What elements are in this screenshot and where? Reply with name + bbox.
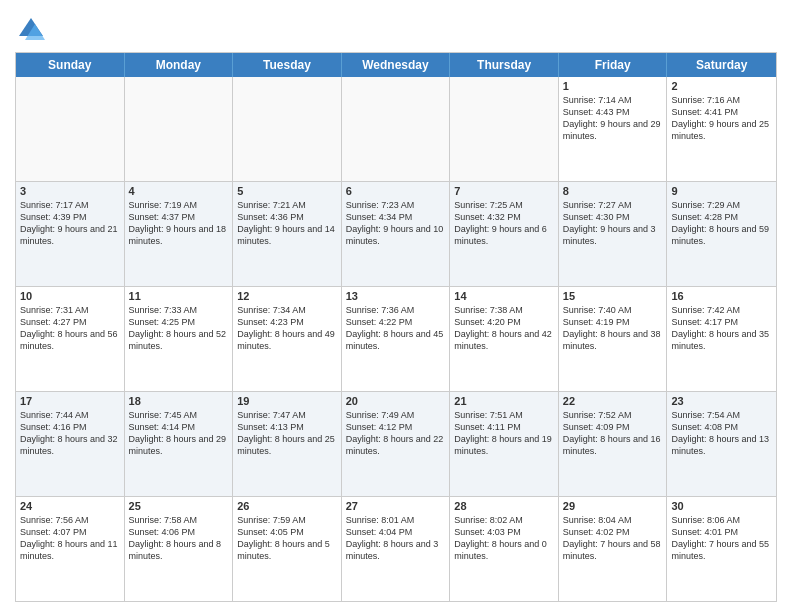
calendar-row: 1Sunrise: 7:14 AM Sunset: 4:43 PM Daylig… [16,77,776,182]
cell-info: Sunrise: 8:06 AM Sunset: 4:01 PM Dayligh… [671,514,772,563]
calendar-cell: 23Sunrise: 7:54 AM Sunset: 4:08 PM Dayli… [667,392,776,496]
day-number: 25 [129,500,229,512]
day-number: 17 [20,395,120,407]
calendar-cell [16,77,125,181]
day-number: 2 [671,80,772,92]
calendar-header: SundayMondayTuesdayWednesdayThursdayFrid… [16,53,776,77]
calendar-row: 17Sunrise: 7:44 AM Sunset: 4:16 PM Dayli… [16,392,776,497]
calendar-cell: 20Sunrise: 7:49 AM Sunset: 4:12 PM Dayli… [342,392,451,496]
day-number: 9 [671,185,772,197]
day-number: 20 [346,395,446,407]
page: SundayMondayTuesdayWednesdayThursdayFrid… [0,0,792,612]
cell-info: Sunrise: 7:27 AM Sunset: 4:30 PM Dayligh… [563,199,663,248]
calendar-cell: 13Sunrise: 7:36 AM Sunset: 4:22 PM Dayli… [342,287,451,391]
calendar-cell: 11Sunrise: 7:33 AM Sunset: 4:25 PM Dayli… [125,287,234,391]
header-day: Tuesday [233,53,342,77]
calendar-cell: 17Sunrise: 7:44 AM Sunset: 4:16 PM Dayli… [16,392,125,496]
cell-info: Sunrise: 7:23 AM Sunset: 4:34 PM Dayligh… [346,199,446,248]
cell-info: Sunrise: 7:31 AM Sunset: 4:27 PM Dayligh… [20,304,120,353]
calendar-cell: 5Sunrise: 7:21 AM Sunset: 4:36 PM Daylig… [233,182,342,286]
calendar-cell: 2Sunrise: 7:16 AM Sunset: 4:41 PM Daylig… [667,77,776,181]
cell-info: Sunrise: 7:19 AM Sunset: 4:37 PM Dayligh… [129,199,229,248]
cell-info: Sunrise: 7:33 AM Sunset: 4:25 PM Dayligh… [129,304,229,353]
cell-info: Sunrise: 7:34 AM Sunset: 4:23 PM Dayligh… [237,304,337,353]
header-day: Friday [559,53,668,77]
day-number: 21 [454,395,554,407]
header [15,10,777,46]
calendar-cell: 19Sunrise: 7:47 AM Sunset: 4:13 PM Dayli… [233,392,342,496]
cell-info: Sunrise: 7:17 AM Sunset: 4:39 PM Dayligh… [20,199,120,248]
day-number: 1 [563,80,663,92]
cell-info: Sunrise: 7:59 AM Sunset: 4:05 PM Dayligh… [237,514,337,563]
header-day: Saturday [667,53,776,77]
day-number: 6 [346,185,446,197]
day-number: 18 [129,395,229,407]
calendar: SundayMondayTuesdayWednesdayThursdayFrid… [15,52,777,602]
day-number: 7 [454,185,554,197]
calendar-cell: 3Sunrise: 7:17 AM Sunset: 4:39 PM Daylig… [16,182,125,286]
day-number: 4 [129,185,229,197]
calendar-cell: 27Sunrise: 8:01 AM Sunset: 4:04 PM Dayli… [342,497,451,601]
calendar-cell: 21Sunrise: 7:51 AM Sunset: 4:11 PM Dayli… [450,392,559,496]
day-number: 16 [671,290,772,302]
cell-info: Sunrise: 7:42 AM Sunset: 4:17 PM Dayligh… [671,304,772,353]
cell-info: Sunrise: 8:01 AM Sunset: 4:04 PM Dayligh… [346,514,446,563]
calendar-cell [342,77,451,181]
day-number: 27 [346,500,446,512]
day-number: 5 [237,185,337,197]
cell-info: Sunrise: 7:44 AM Sunset: 4:16 PM Dayligh… [20,409,120,458]
cell-info: Sunrise: 7:45 AM Sunset: 4:14 PM Dayligh… [129,409,229,458]
calendar-row: 10Sunrise: 7:31 AM Sunset: 4:27 PM Dayli… [16,287,776,392]
day-number: 8 [563,185,663,197]
day-number: 19 [237,395,337,407]
calendar-cell: 12Sunrise: 7:34 AM Sunset: 4:23 PM Dayli… [233,287,342,391]
calendar-cell: 28Sunrise: 8:02 AM Sunset: 4:03 PM Dayli… [450,497,559,601]
header-day: Sunday [16,53,125,77]
calendar-cell: 1Sunrise: 7:14 AM Sunset: 4:43 PM Daylig… [559,77,668,181]
day-number: 3 [20,185,120,197]
calendar-cell: 15Sunrise: 7:40 AM Sunset: 4:19 PM Dayli… [559,287,668,391]
calendar-cell: 18Sunrise: 7:45 AM Sunset: 4:14 PM Dayli… [125,392,234,496]
day-number: 26 [237,500,337,512]
day-number: 15 [563,290,663,302]
calendar-cell [125,77,234,181]
calendar-cell: 24Sunrise: 7:56 AM Sunset: 4:07 PM Dayli… [16,497,125,601]
day-number: 14 [454,290,554,302]
calendar-cell: 25Sunrise: 7:58 AM Sunset: 4:06 PM Dayli… [125,497,234,601]
header-day: Wednesday [342,53,451,77]
calendar-cell: 7Sunrise: 7:25 AM Sunset: 4:32 PM Daylig… [450,182,559,286]
day-number: 28 [454,500,554,512]
cell-info: Sunrise: 7:38 AM Sunset: 4:20 PM Dayligh… [454,304,554,353]
day-number: 12 [237,290,337,302]
day-number: 24 [20,500,120,512]
calendar-cell: 8Sunrise: 7:27 AM Sunset: 4:30 PM Daylig… [559,182,668,286]
cell-info: Sunrise: 7:56 AM Sunset: 4:07 PM Dayligh… [20,514,120,563]
calendar-cell: 26Sunrise: 7:59 AM Sunset: 4:05 PM Dayli… [233,497,342,601]
calendar-cell: 4Sunrise: 7:19 AM Sunset: 4:37 PM Daylig… [125,182,234,286]
cell-info: Sunrise: 7:58 AM Sunset: 4:06 PM Dayligh… [129,514,229,563]
calendar-cell: 6Sunrise: 7:23 AM Sunset: 4:34 PM Daylig… [342,182,451,286]
calendar-cell: 22Sunrise: 7:52 AM Sunset: 4:09 PM Dayli… [559,392,668,496]
cell-info: Sunrise: 7:25 AM Sunset: 4:32 PM Dayligh… [454,199,554,248]
calendar-cell: 10Sunrise: 7:31 AM Sunset: 4:27 PM Dayli… [16,287,125,391]
calendar-cell: 29Sunrise: 8:04 AM Sunset: 4:02 PM Dayli… [559,497,668,601]
header-day: Monday [125,53,234,77]
calendar-cell: 9Sunrise: 7:29 AM Sunset: 4:28 PM Daylig… [667,182,776,286]
logo [15,14,51,46]
day-number: 29 [563,500,663,512]
logo-icon [15,14,47,46]
calendar-cell [233,77,342,181]
calendar-row: 3Sunrise: 7:17 AM Sunset: 4:39 PM Daylig… [16,182,776,287]
day-number: 10 [20,290,120,302]
calendar-row: 24Sunrise: 7:56 AM Sunset: 4:07 PM Dayli… [16,497,776,601]
calendar-cell: 14Sunrise: 7:38 AM Sunset: 4:20 PM Dayli… [450,287,559,391]
cell-info: Sunrise: 7:52 AM Sunset: 4:09 PM Dayligh… [563,409,663,458]
calendar-body: 1Sunrise: 7:14 AM Sunset: 4:43 PM Daylig… [16,77,776,601]
calendar-cell: 30Sunrise: 8:06 AM Sunset: 4:01 PM Dayli… [667,497,776,601]
cell-info: Sunrise: 8:04 AM Sunset: 4:02 PM Dayligh… [563,514,663,563]
day-number: 30 [671,500,772,512]
cell-info: Sunrise: 7:51 AM Sunset: 4:11 PM Dayligh… [454,409,554,458]
day-number: 23 [671,395,772,407]
cell-info: Sunrise: 7:54 AM Sunset: 4:08 PM Dayligh… [671,409,772,458]
day-number: 13 [346,290,446,302]
